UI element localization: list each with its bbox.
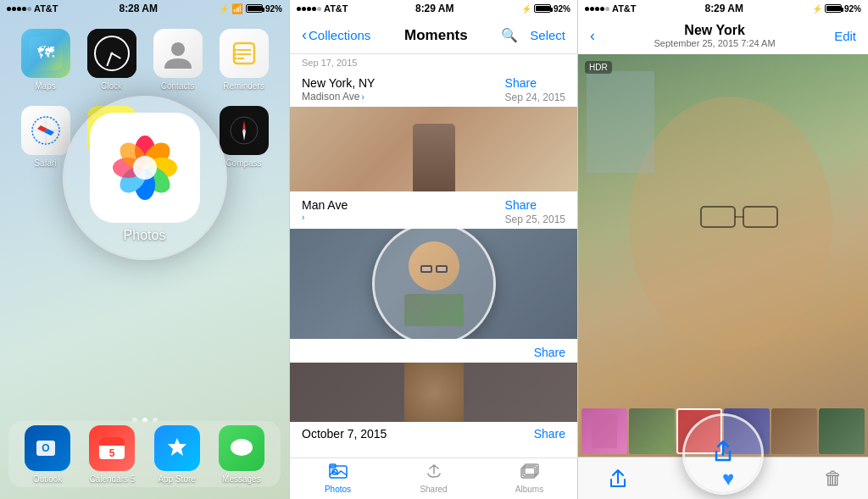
select-button[interactable]: Select xyxy=(530,28,565,42)
photo-status-left: AT&T xyxy=(585,3,637,14)
photos-app-label: Photos xyxy=(124,228,166,243)
back-to-collections[interactable]: ‹ Collections xyxy=(302,26,370,44)
battery-3: 92% xyxy=(844,4,861,14)
moment-3-share[interactable]: Share xyxy=(534,346,565,359)
moment-ny1-thumb[interactable] xyxy=(290,107,577,191)
shared-tab-icon xyxy=(425,463,443,483)
main-photo-area[interactable]: HDR xyxy=(578,54,868,499)
albums-tab-label: Albums xyxy=(515,485,543,494)
moment-ny1-right: Share Sep 24, 2015 xyxy=(505,76,565,103)
app-reminders[interactable]: Reminders xyxy=(217,29,271,91)
moment-ny2-header: Man Ave › Share Sep 25, 2015 xyxy=(290,191,577,229)
maps-icon: 🗺 xyxy=(21,29,70,78)
filmstrip-thumb-6[interactable] xyxy=(819,408,865,454)
moment-3-thumb[interactable] xyxy=(290,363,577,422)
moment-ny2-date: Sep 25, 2015 xyxy=(505,213,565,225)
glass-left xyxy=(420,265,432,273)
delete-button[interactable]: 🗑 xyxy=(824,468,843,490)
photo-edit-button[interactable]: Edit xyxy=(834,29,856,43)
prev-date: Sep 17, 2015 xyxy=(302,58,357,68)
app-messages[interactable]: Messages xyxy=(219,425,264,484)
moment-ny1-sublocation: Madison Ave › xyxy=(302,91,375,103)
battery-icon-2 xyxy=(534,4,551,13)
filmstrip-thumb-5[interactable] xyxy=(771,408,817,454)
photo-status-right: ⚡ 92% xyxy=(812,4,861,14)
photo-date: September 25, 2015 7:24 AM xyxy=(654,38,776,48)
moment-ny1-share[interactable]: Share xyxy=(505,76,565,90)
moment-ny1-location: New York, NY xyxy=(302,76,375,90)
signal-icon xyxy=(7,7,31,11)
tab-albums[interactable]: Albums xyxy=(481,458,577,499)
moment-ny1-date: Sep 24, 2015 xyxy=(505,91,565,103)
outlook-icon: O xyxy=(25,425,70,471)
moment-ny2-sublocation: › xyxy=(302,213,348,222)
carrier-3: AT&T xyxy=(612,3,637,14)
october-date: October 7, 2015 xyxy=(302,427,387,441)
svg-rect-37 xyxy=(99,442,125,446)
app-outlook[interactable]: O Outlook xyxy=(25,425,70,484)
tab-shared[interactable]: Shared xyxy=(386,458,481,499)
moment-ny2-photo xyxy=(290,229,577,339)
time-label: 8:28 AM xyxy=(119,3,158,14)
person-figure xyxy=(413,124,455,191)
svg-point-8 xyxy=(234,53,236,56)
photo-back-button[interactable]: ‹ xyxy=(590,27,595,45)
status-left: AT&T xyxy=(7,3,58,14)
safari-icon xyxy=(21,106,70,155)
person-photo xyxy=(400,241,468,326)
moments-title: Moments xyxy=(404,27,468,44)
search-icon[interactable]: 🔍 xyxy=(501,27,518,43)
app-contacts[interactable]: Contacts xyxy=(151,29,205,91)
moment-ny1-photo xyxy=(290,107,577,191)
moments-nav-actions: 🔍 Select xyxy=(501,27,565,43)
app-appstore[interactable]: App Store xyxy=(154,425,200,484)
bt-icon-3: ⚡ xyxy=(812,4,822,14)
app-clock[interactable]: Clock xyxy=(85,29,139,91)
moment-ny2-info: Man Ave › xyxy=(302,198,348,222)
carrier-2: AT&T xyxy=(324,3,348,14)
app-safari[interactable]: Safari xyxy=(19,106,73,168)
thumb1-content xyxy=(592,414,617,448)
contacts-label: Contacts xyxy=(161,81,194,91)
calendars5-label: Calendars 5 xyxy=(89,474,135,484)
app-calendars5[interactable]: 5 Calendars 5 xyxy=(89,425,135,484)
hdr-badge: HDR xyxy=(585,61,612,74)
time-2: 8:29 AM xyxy=(415,3,454,14)
clock-label: Clock xyxy=(101,81,122,91)
moment-ny2-location: Man Ave xyxy=(302,198,348,212)
previous-moment-header: Sep 17, 2015 xyxy=(290,54,577,69)
share-button[interactable] xyxy=(604,464,632,493)
glass-right xyxy=(436,265,448,273)
battery-icon xyxy=(246,4,263,13)
chevron-left-icon: ‹ xyxy=(302,26,307,44)
moments-content: Sep 17, 2015 New York, NY Madison Ave › … xyxy=(290,54,577,457)
moment-ny2-share[interactable]: Share xyxy=(505,198,565,212)
svg-point-9 xyxy=(234,58,236,60)
reminders-icon xyxy=(220,29,269,78)
october-share[interactable]: Share xyxy=(534,427,565,441)
app-compass[interactable]: Compass xyxy=(217,106,271,168)
filmstrip-thumb-1[interactable] xyxy=(581,408,627,454)
svg-text:🗺: 🗺 xyxy=(37,43,54,62)
compass-icon xyxy=(220,106,269,155)
signal-icon-3 xyxy=(585,7,609,11)
moment-ny2: Man Ave › Share Sep 25, 2015 xyxy=(290,191,577,339)
svg-text:5: 5 xyxy=(109,447,115,459)
status-bar-home: AT&T 8:28 AM ⚡ 📶 92% xyxy=(0,0,289,17)
svg-text:O: O xyxy=(42,442,49,454)
filmstrip-thumb-2[interactable] xyxy=(629,408,675,454)
moment-ny1-header: New York, NY Madison Ave › Share Sep 24,… xyxy=(290,69,577,107)
drum-object xyxy=(404,363,464,422)
maps-label: Maps xyxy=(35,81,55,91)
outlook-label: Outlook xyxy=(33,474,62,484)
svg-marker-23 xyxy=(242,130,246,141)
calendars5-icon: 5 xyxy=(89,425,135,471)
dock: O Outlook 5 Calendars 5 App xyxy=(8,421,281,487)
photo-nav: ‹ New York September 25, 2015 7:24 AM Ed… xyxy=(578,17,868,54)
svg-point-32 xyxy=(133,156,157,180)
tab-photos[interactable]: Photos xyxy=(290,458,386,499)
moments-status-left: AT&T xyxy=(297,3,348,14)
photo-view-screen: AT&T 8:29 AM ⚡ 92% ‹ New York September … xyxy=(578,0,868,499)
moment-ny2-thumb[interactable] xyxy=(290,229,577,339)
app-maps[interactable]: 🗺 Maps xyxy=(19,29,73,91)
